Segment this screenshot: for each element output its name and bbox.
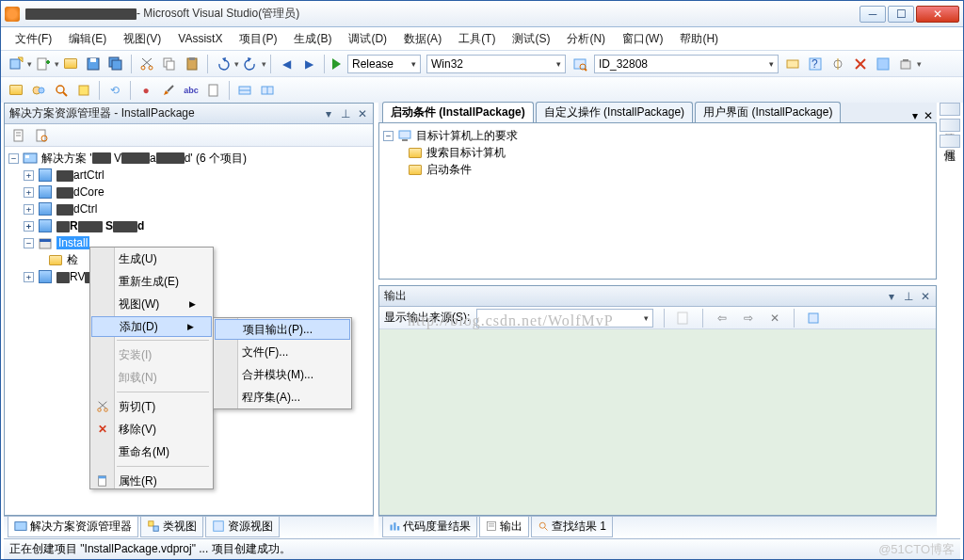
properties-icon[interactable] [8, 125, 29, 146]
expander-icon[interactable]: − [8, 153, 19, 164]
va-brush-icon[interactable] [158, 80, 179, 101]
ctx-assembly[interactable]: 程序集(A)... [214, 386, 351, 408]
va-abc-icon[interactable]: abc [181, 80, 201, 101]
ctx-rename[interactable]: 重命名(M) [90, 440, 213, 463]
ctx-remove[interactable]: ✕移除(V) [90, 418, 213, 440]
minimize-button[interactable]: ─ [860, 6, 886, 23]
output-source-combo[interactable]: ▾ [476, 309, 653, 328]
tab-find-results[interactable]: 查找结果 1 [531, 517, 613, 537]
va-doc-icon[interactable] [203, 80, 224, 101]
va-ref-icon[interactable]: ⟲ [104, 80, 125, 101]
ctx-view[interactable]: 视图(W)▶ [90, 293, 213, 315]
open-icon[interactable] [60, 54, 81, 74]
ctx-build[interactable]: 生成(U) [90, 248, 213, 270]
tab-user-interface[interactable]: 用户界面 (InstallPackage) [695, 102, 841, 122]
close-button[interactable]: ✕ [916, 6, 959, 23]
pin-icon[interactable]: ⊥ [340, 107, 351, 120]
launch-item[interactable]: 启动条件 [426, 162, 472, 178]
tree-item-selected[interactable]: Install [56, 236, 89, 249]
va-box2-icon[interactable] [257, 80, 278, 101]
new-project-icon[interactable] [6, 54, 26, 74]
va-open-icon[interactable] [6, 80, 26, 101]
menu-view[interactable]: 视图(V) [115, 28, 169, 50]
ctx-project-output[interactable]: 项目输出(P)... [215, 319, 350, 340]
undo-icon[interactable] [213, 54, 233, 74]
side-tab-server-explorer[interactable]: 服务器资源管理器 [940, 103, 960, 116]
menu-vassistx[interactable]: VAssistX [169, 29, 231, 48]
menu-help[interactable]: 帮助(H) [671, 28, 727, 50]
menu-test[interactable]: 测试(S) [504, 28, 558, 50]
output-clear-icon[interactable]: ✕ [764, 308, 785, 328]
copy-icon[interactable] [159, 54, 180, 74]
expander-icon[interactable]: + [24, 204, 34, 215]
output-next-icon[interactable]: ⇨ [738, 308, 759, 328]
tool-icon-4[interactable] [850, 54, 871, 74]
output-body[interactable]: http://blog.csdn.net/WolfMvP [379, 329, 936, 515]
output-prev-icon[interactable]: ⇦ [712, 308, 732, 328]
ctx-add[interactable]: 添加(D)▶ [91, 316, 212, 337]
va-find-icon[interactable] [51, 80, 72, 101]
tool-icon-3[interactable] [827, 54, 848, 74]
side-tab-properties[interactable]: 属性 [940, 135, 960, 148]
nav-fwd-icon[interactable]: ▶ [298, 54, 319, 74]
launch-root[interactable]: 目标计算机上的要求 [416, 128, 518, 144]
tab-resource-view[interactable]: 资源视图 [205, 517, 280, 537]
menu-debug[interactable]: 调试(D) [340, 28, 395, 50]
nav-back-icon[interactable]: ◀ [276, 54, 297, 74]
ctx-properties[interactable]: 属性(R) [90, 470, 213, 492]
tree-item[interactable]: R Sd [56, 219, 144, 232]
ctx-rebuild[interactable]: 重新生成(E) [90, 270, 213, 293]
tree-item[interactable]: dCtrl [56, 202, 97, 216]
ctx-cut[interactable]: 剪切(T) [90, 395, 213, 418]
ctx-merge-module[interactable]: 合并模块(M)... [214, 363, 351, 386]
va-class-icon[interactable] [73, 80, 94, 101]
tree-item[interactable]: dCore [56, 185, 104, 199]
close-tab-icon[interactable]: ✕ [924, 109, 933, 122]
panel-menu-icon[interactable]: ▾ [323, 107, 334, 120]
side-tab-toolbox[interactable]: 工具箱 [940, 119, 960, 132]
paste-icon[interactable] [182, 54, 202, 74]
add-item-icon[interactable] [33, 54, 54, 74]
config-combo[interactable]: Release▾ [347, 55, 421, 73]
dropdown-icon[interactable]: ▾ [912, 109, 918, 122]
cut-icon[interactable] [137, 54, 157, 74]
find-icon[interactable] [570, 54, 590, 74]
output-wrap-icon[interactable] [803, 308, 824, 328]
start-debug-icon[interactable] [332, 58, 341, 70]
menu-window[interactable]: 窗口(W) [614, 28, 671, 50]
menu-analyze[interactable]: 分析(N) [558, 28, 614, 50]
expander-icon[interactable]: − [383, 131, 394, 141]
save-icon[interactable] [83, 54, 104, 74]
expander-icon[interactable]: − [24, 238, 34, 248]
menu-file[interactable]: 文件(F) [7, 28, 60, 50]
expander-icon[interactable]: + [24, 272, 34, 282]
expander-icon[interactable]: + [24, 187, 34, 198]
tree-item[interactable]: artCtrl [56, 168, 104, 182]
va-symbol-icon[interactable] [28, 80, 49, 101]
show-all-icon[interactable] [31, 125, 52, 146]
va-dot-icon[interactable]: ● [136, 80, 156, 101]
tool-icon-1[interactable] [782, 54, 803, 74]
menu-build[interactable]: 生成(B) [285, 28, 340, 50]
tool-icon-6[interactable] [895, 54, 916, 74]
tool-icon-5[interactable] [873, 54, 893, 74]
launch-item[interactable]: 搜索目标计算机 [426, 145, 506, 161]
va-box1-icon[interactable] [234, 80, 255, 101]
tree-item[interactable]: 检 [67, 252, 78, 268]
tab-output[interactable]: 输出 [479, 517, 529, 537]
expander-icon[interactable]: + [24, 221, 34, 232]
menu-tools[interactable]: 工具(T) [450, 28, 504, 50]
expander-icon[interactable]: + [24, 170, 34, 181]
redo-icon[interactable] [240, 54, 261, 74]
tab-metrics[interactable]: 代码度量结果 [382, 517, 477, 537]
save-all-icon[interactable] [105, 54, 126, 74]
tab-launch-conditions[interactable]: 启动条件 (InstallPackage) [382, 102, 534, 122]
output-find-icon[interactable] [673, 308, 694, 328]
ctx-file[interactable]: 文件(F)... [214, 341, 351, 363]
tab-solution-explorer[interactable]: 解决方案资源管理器 [8, 517, 138, 537]
platform-combo[interactable]: Win32▾ [426, 55, 566, 73]
panel-menu-icon[interactable]: ▾ [886, 290, 897, 303]
search-combo[interactable]: ID_32808▾ [594, 55, 779, 73]
maximize-button[interactable]: ☐ [888, 6, 914, 23]
panel-close-icon[interactable]: ✕ [920, 290, 931, 303]
